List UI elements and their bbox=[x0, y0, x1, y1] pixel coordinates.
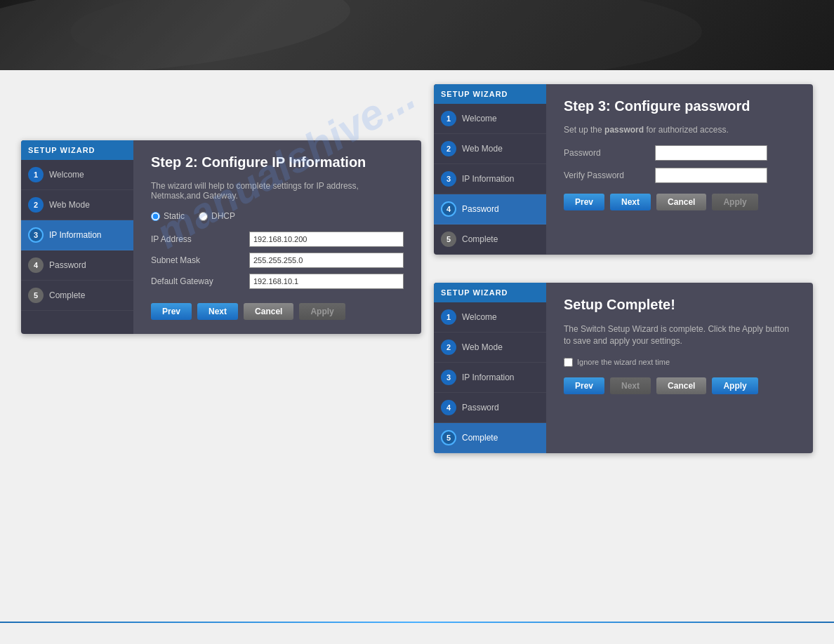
pwd-form-row-1: Password bbox=[564, 145, 795, 161]
sidebar-item-ipinfo-2[interactable]: 3 IP Information bbox=[434, 164, 546, 194]
sidebar-item-password-3[interactable]: 4 Password bbox=[434, 393, 546, 423]
form-row-subnet: Subnet Mask bbox=[151, 253, 404, 268]
apply-button-1[interactable]: Apply bbox=[299, 303, 345, 320]
sidebar-item-welcome-2[interactable]: 1 Welcome bbox=[434, 104, 546, 134]
pwd-label-1: Password bbox=[564, 148, 655, 158]
step-circle-3-3: 3 bbox=[441, 370, 456, 385]
input-default-gateway[interactable] bbox=[249, 274, 404, 289]
complete-text: The Switch Setup Wizard is complete. Cli… bbox=[564, 323, 795, 347]
btn-group-3: Prev Next Cancel Apply bbox=[564, 377, 795, 394]
step-circle-1: 1 bbox=[28, 167, 44, 182]
radio-dhcp-label[interactable]: DHCP bbox=[199, 211, 235, 221]
sidebar-header-2: SETUP WIZARD bbox=[434, 84, 546, 104]
sidebar-label-webmode-2: Web Mode bbox=[462, 144, 503, 154]
form-row-ip: IP Address bbox=[151, 232, 404, 247]
sidebar-3: SETUP WIZARD 1 Welcome 2 Web Mode 3 IP I… bbox=[434, 283, 546, 453]
step-circle-2-3: 3 bbox=[441, 171, 456, 187]
sidebar-item-complete-3[interactable]: 5 Complete bbox=[434, 423, 546, 453]
sidebar-label-password-2: Password bbox=[462, 204, 499, 214]
sidebar-item-ipinfo-3[interactable]: 3 IP Information bbox=[434, 363, 546, 393]
radio-dhcp[interactable] bbox=[199, 212, 208, 221]
sidebar-item-webmode-2[interactable]: 2 Web Mode bbox=[434, 134, 546, 164]
form-row-gateway: Default Gateway bbox=[151, 274, 404, 289]
btn-group-2: Prev Next Cancel Apply bbox=[564, 194, 795, 210]
sidebar-item-complete-1[interactable]: 5 Complete bbox=[21, 281, 133, 311]
sidebar-label-welcome-3: Welcome bbox=[462, 312, 497, 322]
sidebar-item-welcome-3[interactable]: 1 Welcome bbox=[434, 302, 546, 333]
wizard-desc-1: The wizard will help to complete setting… bbox=[151, 181, 404, 201]
sidebar-1: SETUP WIZARD 1 Welcome 2 Web Mode 3 IP I… bbox=[21, 140, 133, 334]
input-subnet-mask[interactable] bbox=[249, 253, 404, 268]
radio-static-label[interactable]: Static bbox=[151, 211, 185, 221]
sidebar-label-complete-3: Complete bbox=[462, 433, 498, 443]
radio-static[interactable] bbox=[151, 212, 160, 221]
sidebar-label-password-3: Password bbox=[462, 403, 499, 412]
wizard-title-1: Step 2: Configure IP Information bbox=[151, 154, 404, 170]
input-password[interactable] bbox=[655, 145, 767, 161]
step-circle-3-5: 5 bbox=[441, 430, 456, 445]
label-gateway: Default Gateway bbox=[151, 276, 249, 286]
cancel-button-1[interactable]: Cancel bbox=[244, 303, 293, 320]
ignore-wizard-checkbox[interactable] bbox=[564, 358, 573, 367]
wizard-main-1: Step 2: Configure IP Information The wiz… bbox=[133, 140, 421, 334]
sidebar-label-complete-1: Complete bbox=[49, 290, 85, 300]
right-panels-container: SETUP WIZARD 1 Welcome 2 Web Mode 3 IP I… bbox=[434, 84, 813, 467]
next-button-2[interactable]: Next bbox=[610, 194, 651, 210]
ip-form-table: IP Address Subnet Mask Default Gateway bbox=[151, 232, 404, 289]
sidebar-item-password-1[interactable]: 4 Password bbox=[21, 250, 133, 281]
input-ip-address[interactable] bbox=[249, 232, 404, 247]
wizard-panel-3: SETUP WIZARD 1 Welcome 2 Web Mode 3 IP I… bbox=[434, 283, 813, 453]
prev-button-1[interactable]: Prev bbox=[151, 303, 192, 320]
step-circle-2-5: 5 bbox=[441, 232, 456, 247]
sidebar-label-webmode-3: Web Mode bbox=[462, 342, 503, 352]
prev-button-2[interactable]: Prev bbox=[564, 194, 604, 210]
sidebar-2: SETUP WIZARD 1 Welcome 2 Web Mode 3 IP I… bbox=[434, 84, 546, 255]
next-button-3[interactable]: Next bbox=[610, 377, 651, 394]
step-circle-2-1: 1 bbox=[441, 111, 456, 126]
step-circle-2: 2 bbox=[28, 197, 44, 213]
label-ip: IP Address bbox=[151, 234, 249, 244]
step-circle-5: 5 bbox=[28, 288, 44, 303]
prev-button-3[interactable]: Prev bbox=[564, 377, 604, 394]
step-circle-3: 3 bbox=[28, 227, 44, 243]
checkbox-row: Ignore the wizard next time bbox=[564, 358, 795, 367]
wizard-title-2: Step 3: Configure password bbox=[564, 98, 795, 114]
input-verify-password[interactable] bbox=[655, 168, 767, 183]
step-circle-3-4: 4 bbox=[441, 400, 456, 415]
sidebar-item-password-2[interactable]: 4 Password bbox=[434, 194, 546, 224]
sidebar-label-webmode-1: Web Mode bbox=[49, 200, 90, 210]
pwd-form-row-2: Verify Password bbox=[564, 168, 795, 183]
next-button-1[interactable]: Next bbox=[197, 303, 238, 320]
bottom-line bbox=[0, 622, 834, 623]
ignore-wizard-label: Ignore the wizard next time bbox=[577, 358, 670, 366]
step-circle-4: 4 bbox=[28, 257, 44, 273]
ip-mode-radio-group: Static DHCP bbox=[151, 211, 404, 221]
wizard-panel-1: SETUP WIZARD 1 Welcome 2 Web Mode 3 IP I… bbox=[21, 140, 421, 334]
sidebar-item-webmode-1[interactable]: 2 Web Mode bbox=[21, 190, 133, 220]
wizard-title-3: Setup Complete! bbox=[564, 297, 795, 313]
sidebar-item-ipinfo-1[interactable]: 3 IP Information bbox=[21, 220, 133, 250]
step-circle-3-2: 2 bbox=[441, 340, 456, 355]
sidebar-label-password-1: Password bbox=[49, 260, 86, 270]
cancel-button-3[interactable]: Cancel bbox=[656, 377, 706, 394]
apply-button-2[interactable]: Apply bbox=[712, 194, 757, 210]
sidebar-item-welcome-1[interactable]: 1 Welcome bbox=[21, 160, 133, 190]
top-banner bbox=[0, 0, 834, 70]
radio-static-text: Static bbox=[164, 211, 185, 221]
panel-ip-information: SETUP WIZARD 1 Welcome 2 Web Mode 3 IP I… bbox=[21, 140, 421, 348]
step-circle-3-1: 1 bbox=[441, 309, 456, 325]
step-circle-2-4: 4 bbox=[441, 201, 456, 217]
wizard-main-2: Step 3: Configure password Set up the pa… bbox=[546, 84, 813, 255]
sidebar-item-complete-2[interactable]: 5 Complete bbox=[434, 224, 546, 255]
sidebar-header-1: SETUP WIZARD bbox=[21, 140, 133, 160]
label-subnet: Subnet Mask bbox=[151, 255, 249, 265]
apply-button-3[interactable]: Apply bbox=[712, 377, 757, 394]
sidebar-item-webmode-3[interactable]: 2 Web Mode bbox=[434, 333, 546, 363]
sidebar-label-welcome-1: Welcome bbox=[49, 170, 84, 180]
pwd-label-2: Verify Password bbox=[564, 170, 655, 180]
step-circle-2-2: 2 bbox=[441, 141, 456, 156]
sidebar-label-ipinfo-2: IP Information bbox=[462, 174, 514, 184]
sidebar-label-ipinfo-1: IP Information bbox=[49, 230, 101, 240]
cancel-button-2[interactable]: Cancel bbox=[656, 194, 706, 210]
sidebar-header-3: SETUP WIZARD bbox=[434, 283, 546, 302]
